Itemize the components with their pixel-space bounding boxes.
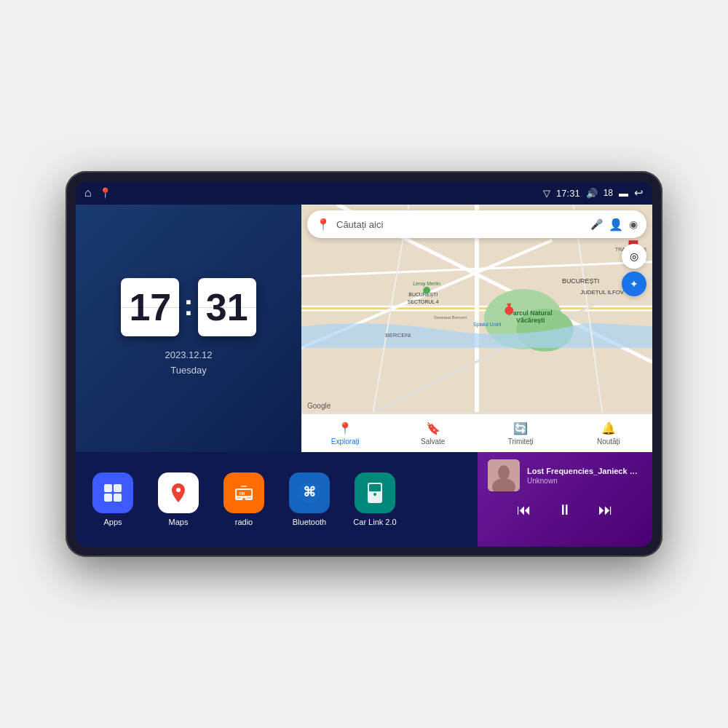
top-section: 17 : 31 2023.12.12 Tuesday	[76, 205, 652, 452]
svg-point-44	[373, 493, 376, 496]
svg-rect-43	[369, 484, 381, 491]
map-controls: ◎ ✦	[622, 244, 646, 296]
apps-label: Apps	[103, 518, 122, 526]
clock-colon: :	[183, 289, 193, 322]
app-item-radio[interactable]: FM radio	[218, 472, 269, 526]
svg-text:Leroy Merlin: Leroy Merlin	[413, 281, 440, 287]
clock-hours: 17	[121, 278, 179, 336]
share-label: Trimiteți	[508, 438, 534, 446]
battery-icon: ▬	[619, 188, 628, 199]
map-nav-share[interactable]: 🔄 Trimiteți	[477, 422, 565, 446]
carlink-icon	[355, 472, 395, 513]
status-time: 17:31	[556, 188, 580, 199]
svg-text:BUCUREȘTI: BUCUREȘTI	[562, 277, 599, 285]
google-logo: Google	[307, 402, 331, 410]
svg-rect-38	[247, 497, 251, 499]
saved-label: Salvate	[421, 438, 445, 446]
clock-panel: 17 : 31 2023.12.12 Tuesday	[76, 205, 301, 452]
maps-status-icon[interactable]: 📍	[99, 187, 111, 199]
battery-level: 18	[604, 188, 613, 198]
share-icon: 🔄	[513, 422, 528, 435]
app-item-apps[interactable]: Apps	[87, 472, 138, 526]
date-info: 2023.12.12 Tuesday	[165, 348, 212, 379]
news-icon: 🔔	[601, 422, 616, 435]
music-info: Lost Frequencies_Janieck Devy-... Unknow…	[488, 459, 642, 491]
bottom-section: Apps Maps	[76, 452, 652, 547]
map-search-bar[interactable]: 📍 Căutați aici 🎤 👤 ◉	[307, 210, 646, 238]
svg-rect-37	[237, 497, 241, 499]
svg-rect-31	[114, 494, 122, 502]
signal-icon: ▽	[543, 188, 550, 199]
svg-rect-29	[114, 484, 122, 492]
map-nav-news[interactable]: 🔔 Noutăți	[565, 422, 653, 446]
svg-text:⌘: ⌘	[303, 485, 316, 499]
google-maps-icon: 📍	[316, 218, 331, 232]
svg-point-35	[242, 498, 245, 501]
status-left-icons: ⌂ 📍	[84, 186, 111, 199]
maps-icon-bg	[158, 472, 199, 513]
carlink-label: Car Link 2.0	[353, 518, 396, 526]
news-label: Noutăți	[597, 438, 620, 446]
app-item-maps[interactable]: Maps	[153, 472, 204, 526]
map-nav-bar: 📍 Explorați 🔖 Salvate 🔄 Trimiteți �	[301, 414, 652, 452]
music-thumbnail-image	[488, 459, 520, 491]
play-pause-button[interactable]: ⏸	[555, 499, 575, 521]
explore-label: Explorați	[331, 438, 360, 446]
radio-label: radio	[235, 518, 253, 526]
clock-minutes: 31	[198, 278, 256, 336]
date-display: 2023.12.12	[165, 348, 212, 363]
music-title: Lost Frequencies_Janieck Devy-...	[527, 467, 642, 475]
back-icon[interactable]: ↩	[634, 186, 644, 199]
map-panel[interactable]: Parcul Natural Văcărești BUCUREȘTI JUDEȚ…	[301, 205, 652, 452]
saved-icon: 🔖	[426, 422, 440, 435]
svg-text:Văcărești: Văcărești	[516, 317, 545, 324]
svg-rect-36	[241, 486, 247, 487]
voice-search-icon[interactable]: 🎤	[590, 218, 603, 230]
day-display: Tuesday	[165, 363, 212, 379]
app-item-carlink[interactable]: Car Link 2.0	[349, 472, 400, 526]
radio-icon: FM	[223, 472, 264, 513]
svg-point-24	[423, 287, 430, 294]
map-search-text[interactable]: Căutați aici	[336, 219, 585, 230]
device-screen: ⌂ 📍 ▽ 17:31 🔊 18 ▬ ↩ 17 :	[76, 181, 652, 547]
next-button[interactable]: ⏭	[596, 499, 616, 521]
map-nav-explore[interactable]: 📍 Explorați	[301, 422, 389, 446]
map-nav-saved[interactable]: 🔖 Salvate	[389, 422, 478, 446]
status-right-icons: ▽ 17:31 🔊 18 ▬ ↩	[543, 186, 644, 199]
svg-text:Soseaua Berceni: Soseaua Berceni	[434, 315, 467, 320]
maps-label: Maps	[169, 518, 189, 526]
navigate-button[interactable]: ✦	[622, 272, 646, 296]
svg-text:BERCENI: BERCENI	[385, 332, 411, 339]
app-item-bluetooth[interactable]: ⌘ Bluetooth	[284, 472, 335, 526]
account-icon[interactable]: 👤	[609, 218, 623, 232]
music-controls: ⏮ ⏸ ⏭	[488, 499, 642, 521]
bluetooth-icon: ⌘	[289, 472, 330, 513]
bluetooth-label: Bluetooth	[293, 518, 326, 526]
svg-text:Parcul Natural: Parcul Natural	[509, 309, 553, 317]
music-text: Lost Frequencies_Janieck Devy-... Unknow…	[527, 467, 642, 485]
map-search-icons: 🎤 👤 ◉	[590, 218, 638, 232]
svg-text:SECTORUL 4: SECTORUL 4	[408, 299, 439, 304]
apps-panel: Apps Maps	[76, 452, 478, 547]
svg-rect-30	[104, 494, 112, 502]
svg-text:FM: FM	[240, 491, 245, 496]
music-panel: Lost Frequencies_Janieck Devy-... Unknow…	[478, 452, 652, 547]
home-icon[interactable]: ⌂	[84, 186, 92, 199]
svg-text:BUCUREȘTI: BUCUREȘTI	[408, 292, 438, 298]
svg-text:JUDEȚUL ILFOV: JUDEȚUL ILFOV	[580, 289, 625, 296]
main-content: 17 : 31 2023.12.12 Tuesday	[76, 205, 652, 547]
music-artist: Unknown	[527, 477, 642, 485]
explore-icon: 📍	[338, 422, 352, 435]
flip-clock: 17 : 31	[121, 278, 256, 336]
svg-text:Splaiul Unirii: Splaiul Unirii	[473, 322, 502, 328]
status-bar: ⌂ 📍 ▽ 17:31 🔊 18 ▬ ↩	[76, 181, 652, 205]
svg-rect-28	[104, 484, 112, 492]
layers-icon[interactable]: ◉	[629, 218, 638, 230]
location-button[interactable]: ◎	[622, 244, 646, 269]
car-infotainment-device: ⌂ 📍 ▽ 17:31 🔊 18 ▬ ↩ 17 :	[66, 171, 662, 557]
volume-icon: 🔊	[586, 188, 598, 199]
music-thumbnail	[488, 459, 520, 491]
prev-button[interactable]: ⏮	[514, 499, 534, 521]
svg-point-46	[498, 465, 510, 480]
apps-icon	[92, 472, 133, 513]
